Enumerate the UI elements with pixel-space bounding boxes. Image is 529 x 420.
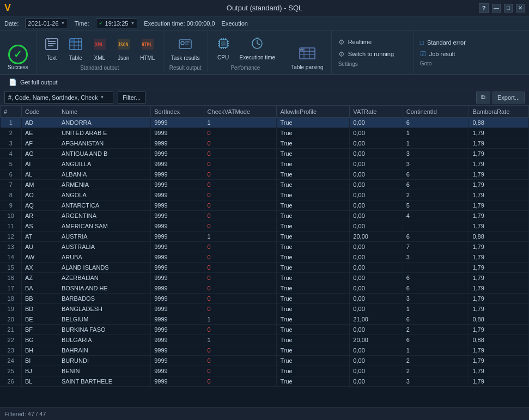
realtime-row[interactable]: ⚙ Realtime (336, 37, 409, 47)
col-header-allowinprofile[interactable]: AllowInProfile (277, 106, 350, 118)
xml-button[interactable]: XML XML (89, 35, 111, 63)
copy-button[interactable]: ⧉ (476, 92, 490, 104)
title-bar-left: V (4, 2, 11, 14)
json-button[interactable]: JSON Json (113, 35, 135, 63)
html-button[interactable]: HTML HTML (137, 35, 159, 63)
table-row[interactable]: 24 BI BURUNDI 9999 0 True 0,00 2 1,79 (1, 356, 529, 366)
cell-code: AG (21, 149, 58, 159)
cell-code: AF (21, 138, 58, 149)
cell-allowinprofile: True (277, 169, 350, 180)
time-input[interactable]: ✓ 19:13:25 ▼ (96, 19, 138, 28)
success-section: ✓ Success (0, 31, 37, 74)
close-button[interactable]: ✕ (516, 4, 525, 13)
help-button[interactable]: ? (479, 3, 489, 13)
table-row[interactable]: 5 AI ANGUILLA 9999 0 True 0,00 3 1,79 (1, 159, 529, 169)
cell-checkvatmode: 0 (204, 149, 277, 159)
cell-vatrate: 0,00 (350, 138, 403, 149)
cell-allowinprofile: True (277, 211, 350, 221)
table-row[interactable]: 13 AU AUSTRALIA 9999 0 True 0,00 7 1,79 (1, 242, 529, 252)
window-controls: ? — □ ✕ (479, 3, 525, 13)
cell-code: AX (21, 263, 58, 273)
data-table: # Code Name SortIndex CheckVATMode Allow… (0, 106, 529, 387)
col-header-checkvatmode[interactable]: CheckVATMode (204, 106, 277, 118)
cell-name: UNITED ARAB E (58, 128, 150, 138)
minimize-button[interactable]: — (492, 4, 501, 13)
standard-error-row[interactable]: □ Standard error (418, 38, 475, 47)
cell-vatrate: 0,00 (350, 294, 403, 304)
table-row[interactable]: 17 BA BOSNIA AND HE 9999 0 True 0,00 6 1… (1, 283, 529, 294)
maximize-button[interactable]: □ (504, 4, 513, 13)
col-header-id[interactable]: # (1, 106, 22, 118)
table-body: 1 AD ANDORRA 9999 1 True 0,00 6 0,88 2 A… (1, 118, 529, 387)
export-button[interactable]: Export... (492, 92, 525, 104)
table-row[interactable]: 19 BD BANGLADESH 9999 0 True 0,00 1 1,79 (1, 304, 529, 314)
table-row[interactable]: 20 BE BELGIUM 9999 1 True 21,00 6 0,88 (1, 314, 529, 325)
cell-allowinprofile: True (277, 304, 350, 314)
col-header-vatrate[interactable]: VATRate (350, 106, 403, 118)
success-icon: ✓ (8, 45, 28, 64)
result-output-section: Task results Result output (163, 31, 208, 74)
cell-bamborarate: 1,79 (469, 200, 529, 211)
col-header-name[interactable]: Name (58, 106, 150, 118)
col-header-continentid[interactable]: ContinentId (403, 106, 469, 118)
success-button[interactable]: ✓ Success (4, 43, 32, 72)
table-row[interactable]: 14 AW ARUBA 9999 0 True 0,00 3 1,79 (1, 252, 529, 263)
cell-continentid: 3 (403, 159, 469, 169)
cell-bamborarate: 1,79 (469, 149, 529, 159)
columns-filter-select[interactable]: #, Code, Name, SortIndex, Check ▼ (4, 92, 113, 104)
data-table-container[interactable]: # Code Name SortIndex CheckVATMode Allow… (0, 106, 529, 407)
cell-bamborarate: 1,79 (469, 283, 529, 294)
table-row[interactable]: 2 AE UNITED ARAB E 9999 0 True 0,00 1 1,… (1, 128, 529, 138)
text-button[interactable]: T Text (41, 35, 63, 63)
table-row[interactable]: 12 AT AUSTRIA 9999 1 True 20,00 6 0,88 (1, 232, 529, 242)
table-row[interactable]: 18 BB BARBADOS 9999 0 True 0,00 3 1,79 (1, 294, 529, 304)
switch-icon: ⚙ (338, 50, 345, 58)
col-header-code[interactable]: Code (21, 106, 58, 118)
cell-continentid: 3 (403, 149, 469, 159)
cell-continentid: 1 (403, 138, 469, 149)
table-row[interactable]: 25 BJ BENIN 9999 0 True 0,00 2 1,79 (1, 366, 529, 376)
cpu-button[interactable]: CPU (212, 34, 234, 62)
cell-id: 14 (1, 252, 22, 263)
table-row[interactable]: 16 AZ AZERBAIJAN 9999 0 True 0,00 6 1,79 (1, 273, 529, 283)
table-row[interactable]: 26 BL SAINT BARTHELE 9999 0 True 0,00 3 … (1, 376, 529, 387)
cell-vatrate: 0,00 (350, 190, 403, 200)
cell-bamborarate: 1,79 (469, 366, 529, 376)
job-result-row[interactable]: ☑ Job result (418, 49, 475, 59)
table-button[interactable]: Table (65, 35, 87, 63)
execution-time-button[interactable]: Execution time (236, 34, 279, 63)
cell-continentid: 2 (403, 366, 469, 376)
table-row[interactable]: 6 AL ALBANIA 9999 0 True 0,00 6 1,79 (1, 169, 529, 180)
table-row[interactable]: 10 AR ARGENTINA 9999 0 True 0,00 4 1,79 (1, 211, 529, 221)
col-header-sortindex[interactable]: SortIndex (151, 106, 204, 118)
switch-running-row[interactable]: ⚙ Switch to running (336, 49, 409, 59)
cell-id: 23 (1, 345, 22, 356)
table-row[interactable]: 15 AX ALAND ISLANDS 9999 0 True 0,00 1,7… (1, 263, 529, 273)
table-row[interactable]: 3 AF AFGHANISTAN 9999 0 True 0,00 1 1,79 (1, 138, 529, 149)
date-input[interactable]: 2021-01-26 ▼ (25, 19, 68, 28)
task-results-button[interactable]: Task results (168, 35, 203, 63)
cell-sortindex: 9999 (151, 376, 204, 387)
col-header-bamborarate[interactable]: BamboraRate (469, 106, 529, 118)
table-row[interactable]: 8 AO ANGOLA 9999 0 True 0,00 2 1,79 (1, 190, 529, 200)
table-row[interactable]: 23 BH BAHRAIN 9999 0 True 0,00 1 1,79 (1, 345, 529, 356)
table-row[interactable]: 7 AM ARMENIA 9999 0 True 0,00 6 1,79 (1, 180, 529, 190)
cell-name: SAINT BARTHELE (58, 376, 150, 387)
filter-button[interactable]: Filter... (118, 92, 145, 104)
table-parsing-button[interactable]: ## Table parsing (288, 44, 326, 72)
cell-vatrate: 0,00 (350, 200, 403, 211)
table-row[interactable]: 9 AQ ANTARCTICA 9999 0 True 0,00 5 1,79 (1, 200, 529, 211)
cell-continentid: 3 (403, 252, 469, 263)
cell-continentid: 3 (403, 294, 469, 304)
table-row[interactable]: 1 AD ANDORRA 9999 1 True 0,00 6 0,88 (1, 118, 529, 128)
cell-id: 19 (1, 304, 22, 314)
table-row[interactable]: 11 AS AMERICAN SAM 9999 0 True 0,00 1,79 (1, 221, 529, 232)
cell-continentid: 6 (403, 232, 469, 242)
cell-bamborarate: 1,79 (469, 221, 529, 232)
table-row[interactable]: 22 BG BULGARIA 9999 1 True 20,00 6 0,88 (1, 335, 529, 345)
get-full-output-button[interactable]: 📄 Get full output (4, 77, 62, 87)
cell-checkvatmode: 0 (204, 273, 277, 283)
table-row[interactable]: 4 AG ANTIGUA AND B 9999 0 True 0,00 3 1,… (1, 149, 529, 159)
cell-id: 9 (1, 200, 22, 211)
table-row[interactable]: 21 BF BURKINA FASO 9999 0 True 0,00 2 1,… (1, 325, 529, 335)
